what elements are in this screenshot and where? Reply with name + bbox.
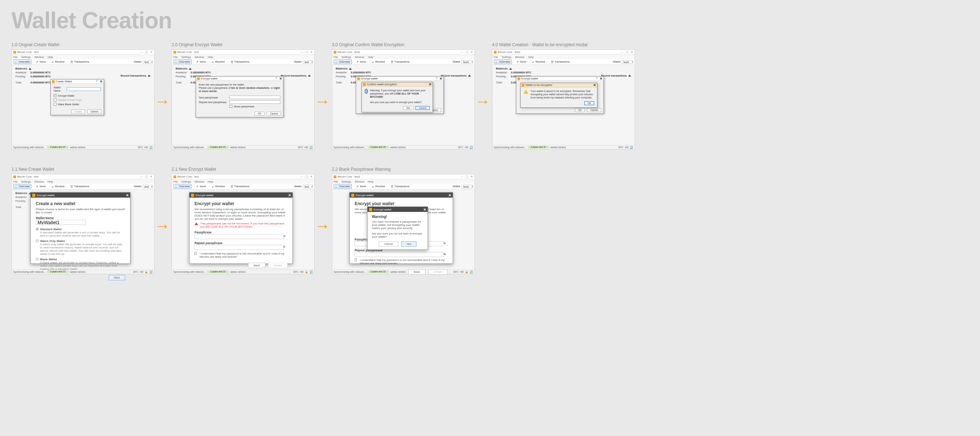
window-max-icon[interactable]: ▢ xyxy=(145,51,148,54)
menu-window[interactable]: Window xyxy=(194,56,204,59)
menu-window[interactable]: Window xyxy=(34,56,44,59)
back-button[interactable]: Back xyxy=(248,263,265,268)
tab-overview[interactable]: ⌂Overview xyxy=(13,59,32,64)
close-icon[interactable]: ✕ xyxy=(593,83,596,87)
caption-20: 2.0 Original Encrypt Wallet xyxy=(172,42,315,47)
repeat-passphrase-input[interactable] xyxy=(194,245,284,250)
encrypt-wallet-checkbox[interactable] xyxy=(54,94,56,97)
window-close-icon[interactable]: ✕ xyxy=(150,51,153,54)
hd-icon: HD xyxy=(145,146,148,149)
eye-icon[interactable]: 👁 xyxy=(443,242,446,245)
next-button[interactable]: Next xyxy=(109,275,125,280)
arrow-icon: → xyxy=(315,217,330,235)
cancel-button[interactable]: Cancel xyxy=(415,106,430,110)
help-icon[interactable]: ? xyxy=(276,77,277,81)
eye-icon[interactable]: 👁 xyxy=(283,235,286,238)
wallet-selector[interactable]: test xyxy=(143,60,153,64)
about-encrypt-dialog: Wallet to be encrypted✕ Your wallet is a… xyxy=(520,83,597,108)
tab-overview[interactable]: ⌂Overview xyxy=(173,59,192,64)
cancel-button[interactable]: Cancel xyxy=(87,110,102,113)
close-icon[interactable]: ✕ xyxy=(126,193,129,197)
tab-overview[interactable]: ⌂Overview xyxy=(334,59,352,64)
warning-icon xyxy=(189,68,192,70)
passphrase-label: Passphrase xyxy=(194,230,288,234)
btc-unit: BTC xyxy=(138,146,143,149)
arrow-icon: → xyxy=(315,93,330,110)
yes-button[interactable]: Yes xyxy=(401,241,417,247)
encrypt-text1: Enter the new passphrase for the wallet. xyxy=(199,83,280,86)
menu-help[interactable]: Help xyxy=(208,56,213,59)
consent-checkbox[interactable] xyxy=(194,252,197,255)
close-icon[interactable]: ✕ xyxy=(288,193,291,197)
confirm-encryption-dialog: Confirm wallet encryption✕ ? Warning: If… xyxy=(361,82,433,112)
blank-wallet-checkbox[interactable] xyxy=(54,103,56,105)
wallet-name-label: Wallet Name xyxy=(54,86,64,93)
menu-help[interactable]: Help xyxy=(48,56,53,59)
consent-text: I understand that my password is not rec… xyxy=(199,252,288,259)
tab-receive[interactable]: ↙Receive xyxy=(210,60,226,64)
watch-only-radio[interactable] xyxy=(36,240,38,242)
window-close-icon[interactable]: ✕ xyxy=(310,51,313,54)
close-icon[interactable]: ✕ xyxy=(100,80,103,83)
app-window-30: Bitcoin Core - test1—▢✕ FileSettingsWind… xyxy=(332,50,475,150)
cancel-button[interactable]: Cancel xyxy=(379,241,398,247)
back-button[interactable]: Back xyxy=(408,269,425,275)
app-window-40: Bitcoin Core - test1—▢✕ FileSettingsWind… xyxy=(492,50,635,150)
passphrase-input[interactable] xyxy=(194,234,284,239)
wallet-name-label: Wallet Name xyxy=(36,216,125,220)
caption-22: 2.2 Blank Passphrase Warning xyxy=(332,167,475,172)
cancel-button[interactable]: Cancel xyxy=(267,112,281,116)
show-passphrase-checkbox[interactable] xyxy=(229,105,232,108)
wallet-label: Wallet: xyxy=(294,60,302,63)
standard-wallet-label: Standard Wallet xyxy=(40,228,62,231)
available-label: Available: xyxy=(15,71,28,74)
standard-wallet-radio[interactable] xyxy=(36,228,38,230)
caption-40: 4.0 Wallet Creation - Wallet to be encry… xyxy=(492,42,635,47)
menu-file[interactable]: File xyxy=(173,56,178,59)
home-icon: ⌂ xyxy=(175,61,178,63)
repeat-passphrase-input[interactable] xyxy=(355,252,444,257)
tab-transactions[interactable]: ☰Transactions xyxy=(69,60,91,64)
standard-wallet-desc: A standard wallet will generate a set of… xyxy=(40,231,125,237)
ok-button[interactable]: OK xyxy=(255,112,264,116)
wallet-name-input[interactable] xyxy=(67,87,101,91)
blank-wallet-radio[interactable] xyxy=(36,258,38,260)
help-icon[interactable]: ? xyxy=(96,80,98,83)
window-max-icon[interactable]: ▢ xyxy=(305,51,308,54)
close-icon[interactable]: ✕ xyxy=(423,208,426,212)
caption-21: 2.1 New Encrypt Wallet xyxy=(172,167,315,172)
close-icon[interactable]: ✕ xyxy=(279,77,282,81)
window-min-icon[interactable]: — xyxy=(140,51,143,54)
tab-send[interactable]: ↗Send xyxy=(34,60,47,64)
menu-file[interactable]: File xyxy=(13,56,18,59)
window-min-icon[interactable]: — xyxy=(301,51,304,54)
transactions-icon: ☰ xyxy=(231,61,234,63)
ok-button[interactable]: OK xyxy=(584,101,594,105)
yes-button[interactable]: Yes xyxy=(403,106,413,110)
modal-heading: Warning! xyxy=(372,215,423,219)
repeat-passphrase-input[interactable] xyxy=(229,100,280,104)
wallet-selector[interactable]: test xyxy=(303,60,313,64)
new-encrypt-dialog: Encrypt wallet✕ Encrypt your wallet We r… xyxy=(189,192,293,264)
dialog-title: Encrypt wallet xyxy=(374,208,391,211)
menu-settings[interactable]: Settings xyxy=(181,56,191,59)
sync-text: Synchronizing with network... xyxy=(13,146,46,149)
dialog-title: Confirm wallet encryption xyxy=(367,83,397,86)
eye-icon[interactable]: 👁 xyxy=(283,245,286,249)
balances-heading: Balances xyxy=(15,67,27,70)
sync-progress: 2 years and 37 xyxy=(47,146,68,149)
blank-passphrase-modal: Encrypt wallet✕ Warning! You have not en… xyxy=(367,206,428,250)
wallet-label: Wallet: xyxy=(134,60,142,63)
menu-settings[interactable]: Settings xyxy=(21,56,31,59)
eye-off-icon[interactable]: 👁 xyxy=(443,252,446,256)
close-icon[interactable]: ✕ xyxy=(429,82,431,86)
app-icon xyxy=(173,51,176,54)
tab-transactions[interactable]: ☰Transactions xyxy=(229,60,251,64)
new-passphrase-input[interactable] xyxy=(229,96,280,99)
disable-keys-checkbox xyxy=(54,99,56,101)
wallet-name-input[interactable] xyxy=(36,220,86,225)
tab-receive[interactable]: ↙Receive xyxy=(50,60,66,64)
tab-send[interactable]: ↗Send xyxy=(194,60,207,64)
new-passphrase-label: New passphrase xyxy=(199,96,228,99)
about-encrypt-text: Your wallet is about to be encrypted. Re… xyxy=(531,89,594,99)
